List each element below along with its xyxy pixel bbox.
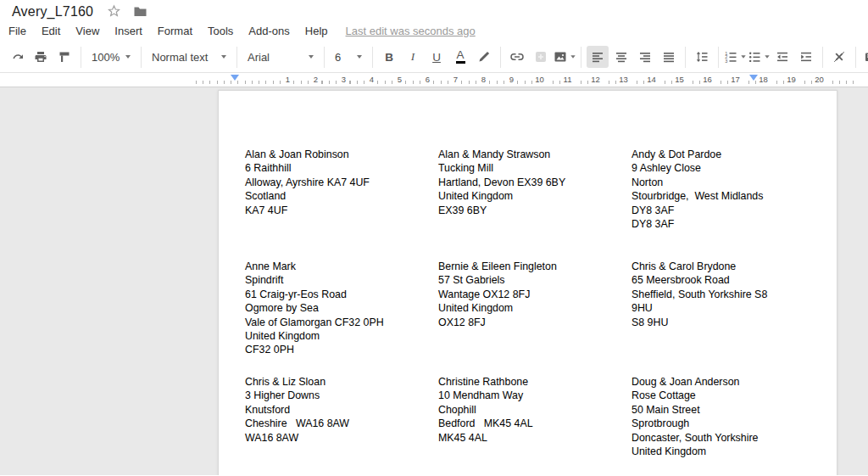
toolbar-separator xyxy=(500,47,501,68)
toolbar-separator xyxy=(855,47,856,68)
bulleted-list-button[interactable] xyxy=(748,46,770,68)
zoom-select[interactable]: 100% xyxy=(86,46,136,68)
insert-link-icon xyxy=(509,50,525,64)
toolbar-separator xyxy=(685,47,686,68)
document-canvas: Alan & Joan Robinson 6 Raithhill Alloway… xyxy=(0,87,868,475)
ruler[interactable]: 1234567891011121314151617181920 xyxy=(0,73,868,87)
address-label[interactable]: Doug & Joan Anderson Rose Cottage 50 Mai… xyxy=(632,375,825,458)
toolbar-separator xyxy=(141,47,142,68)
chevron-down-icon xyxy=(570,55,575,59)
document-title[interactable]: Avery_L7160 xyxy=(12,4,93,20)
ruler-number: 11 xyxy=(554,75,581,85)
align-center-button[interactable] xyxy=(610,46,632,68)
last-edit-link[interactable]: Last edit was seconds ago xyxy=(346,25,476,37)
menu-help[interactable]: Help xyxy=(298,25,336,37)
justify-icon xyxy=(662,50,676,64)
menu-insert[interactable]: Insert xyxy=(107,25,150,37)
title-bar: Avery_L7160 xyxy=(0,0,868,20)
increase-indent-icon xyxy=(799,50,813,64)
styles-value: Normal text xyxy=(152,51,208,64)
address-label[interactable]: Andy & Dot Pardoe 9 Ashley Close Norton … xyxy=(632,148,825,231)
add-comment-button xyxy=(530,46,552,68)
add-comment-icon xyxy=(534,50,548,64)
text-color-button[interactable]: A xyxy=(449,46,471,68)
ruler-number: 2 xyxy=(302,75,330,85)
increase-indent-button[interactable] xyxy=(795,46,817,68)
bold-button[interactable]: B xyxy=(378,46,400,68)
line-spacing-button[interactable] xyxy=(691,46,713,68)
menu-view[interactable]: View xyxy=(68,25,107,37)
ruler-number: 9 xyxy=(498,75,526,85)
insert-link-button[interactable] xyxy=(506,46,528,68)
align-left-button[interactable] xyxy=(587,46,609,68)
svg-text:3: 3 xyxy=(725,59,727,64)
chevron-down-icon xyxy=(357,55,362,59)
ruler-number: 20 xyxy=(805,75,833,85)
line-spacing-icon xyxy=(695,50,709,64)
font-select[interactable]: Arial xyxy=(242,46,320,68)
ruler-number: 3 xyxy=(330,75,358,85)
underline-button[interactable]: U xyxy=(426,46,448,68)
input-tools-keyboard-icon xyxy=(865,50,868,64)
ruler-number: 5 xyxy=(386,75,414,85)
ruler-number: 17 xyxy=(721,75,749,85)
decrease-indent-icon xyxy=(776,50,789,64)
align-left-icon xyxy=(591,50,604,64)
align-right-icon xyxy=(638,50,652,64)
numbered-list-button[interactable]: 123 xyxy=(724,46,746,68)
toolbar-separator xyxy=(718,47,719,68)
left-indent-marker[interactable] xyxy=(231,75,239,81)
address-label[interactable]: Bernie & Eileen Fingleton 57 St Gabriels… xyxy=(438,260,632,357)
ruler-number: 8 xyxy=(470,75,498,85)
toolbar-separator xyxy=(324,47,325,68)
paint-format-icon xyxy=(58,50,71,64)
menu-tools[interactable]: Tools xyxy=(200,25,241,37)
document-page[interactable]: Alan & Joan Robinson 6 Raithhill Alloway… xyxy=(218,90,837,475)
menu-addons[interactable]: Add-ons xyxy=(241,25,297,37)
font-size-value: 6 xyxy=(335,51,341,64)
toolbar: 100% Normal text Arial 6 B I U A xyxy=(0,42,868,73)
align-right-button[interactable] xyxy=(634,46,656,68)
insert-image-button[interactable] xyxy=(554,46,576,68)
text-color-icon: A xyxy=(456,50,465,64)
address-label[interactable]: Alan & Mandy Strawson Tucking Mill Hartl… xyxy=(438,148,632,231)
clear-formatting-icon xyxy=(832,50,846,64)
italic-button[interactable]: I xyxy=(402,46,424,68)
toolbar-separator xyxy=(822,47,823,68)
menu-format[interactable]: Format xyxy=(150,25,200,37)
menu-file[interactable]: File xyxy=(1,25,34,37)
justify-button[interactable] xyxy=(658,46,680,68)
address-label[interactable]: Anne Mark Spindrift 61 Craig-yr-Eos Road… xyxy=(245,260,438,357)
zoom-value: 100% xyxy=(92,51,120,64)
menu-edit[interactable]: Edit xyxy=(34,25,68,37)
right-indent-marker[interactable] xyxy=(749,75,758,81)
print-button[interactable] xyxy=(30,46,52,68)
address-label[interactable]: Alan & Joan Robinson 6 Raithhill Alloway… xyxy=(245,148,438,231)
chevron-down-icon xyxy=(309,55,314,59)
chevron-down-icon xyxy=(741,55,745,59)
toolbar-separator xyxy=(581,47,581,68)
bold-icon: B xyxy=(385,51,393,64)
move-to-folder-icon[interactable] xyxy=(133,6,147,18)
address-label[interactable]: Christine Rathbone 10 Mendham Way Chophi… xyxy=(438,375,632,458)
address-label[interactable]: Chris & Carol Brydone 65 Meersbrook Road… xyxy=(632,260,825,357)
label-row: Anne Mark Spindrift 61 Craig-yr-Eos Road… xyxy=(245,260,825,357)
italic-icon: I xyxy=(411,50,415,64)
font-size-select[interactable]: 6 xyxy=(329,46,368,68)
input-tools-button[interactable] xyxy=(861,46,868,68)
ruler-number: 1 xyxy=(274,75,302,85)
ruler-number: 7 xyxy=(442,75,470,85)
decrease-indent-button[interactable] xyxy=(771,46,793,68)
chevron-down-icon xyxy=(125,55,131,59)
address-label[interactable]: Chris & Liz Sloan 3 Higher Downs Knutsfo… xyxy=(245,375,438,458)
styles-select[interactable]: Normal text xyxy=(146,46,232,68)
redo-button[interactable] xyxy=(6,46,28,68)
ruler-number: 19 xyxy=(777,75,805,85)
toolbar-separator xyxy=(372,47,373,68)
paint-format-button[interactable] xyxy=(53,46,75,68)
clear-formatting-button[interactable] xyxy=(828,46,850,68)
star-icon[interactable] xyxy=(107,4,121,19)
underline-icon: U xyxy=(432,51,441,64)
highlight-color-button[interactable] xyxy=(473,46,495,68)
menu-bar: File Edit View Insert Format Tools Add-o… xyxy=(0,20,868,42)
